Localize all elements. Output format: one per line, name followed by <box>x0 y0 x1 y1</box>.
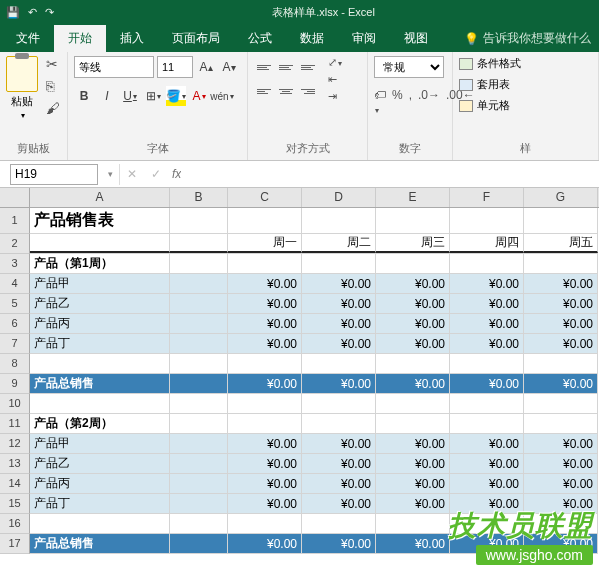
cell[interactable]: ¥0.00 <box>376 294 450 313</box>
cell[interactable] <box>228 414 302 433</box>
row-header[interactable]: 7 <box>0 334 30 354</box>
cell[interactable]: ¥0.00 <box>376 494 450 513</box>
cell[interactable] <box>170 534 228 553</box>
cells[interactable]: 产品销售表 周一周二周三周四周五 产品（第1周） 产品甲¥0.00¥0.00¥0… <box>30 208 598 554</box>
cell[interactable]: ¥0.00 <box>302 374 376 393</box>
cell[interactable] <box>170 474 228 493</box>
cut-icon[interactable]: ✂ <box>46 56 60 72</box>
cell[interactable] <box>450 414 524 433</box>
cell[interactable] <box>228 254 302 273</box>
cell[interactable]: ¥0.00 <box>450 494 524 513</box>
cell[interactable] <box>376 514 450 533</box>
row-header[interactable]: 13 <box>0 454 30 474</box>
cell[interactable] <box>170 454 228 473</box>
font-color-button[interactable]: A▾ <box>189 86 209 106</box>
row-header[interactable]: 5 <box>0 294 30 314</box>
cell[interactable] <box>228 354 302 373</box>
font-size-select[interactable] <box>157 56 193 78</box>
align-center-button[interactable] <box>276 80 296 102</box>
conditional-format-button[interactable]: 条件格式 <box>459 56 521 71</box>
save-icon[interactable]: 💾 <box>6 6 20 19</box>
row-header[interactable]: 17 <box>0 534 30 554</box>
cell[interactable] <box>376 394 450 413</box>
cell[interactable]: ¥0.00 <box>450 294 524 313</box>
cell[interactable] <box>524 394 598 413</box>
cell[interactable]: ¥0.00 <box>450 334 524 353</box>
tab-view[interactable]: 视图 <box>390 25 442 52</box>
cell[interactable] <box>302 208 376 233</box>
cell[interactable]: ¥0.00 <box>228 434 302 453</box>
cell[interactable]: ¥0.00 <box>228 334 302 353</box>
row-header[interactable]: 6 <box>0 314 30 334</box>
cell[interactable] <box>376 208 450 233</box>
cell[interactable] <box>524 254 598 273</box>
cell[interactable] <box>524 414 598 433</box>
align-top-button[interactable] <box>254 56 274 78</box>
cell[interactable]: 产品（第1周） <box>30 254 170 273</box>
cell[interactable] <box>450 354 524 373</box>
cell[interactable] <box>228 394 302 413</box>
cell[interactable] <box>302 354 376 373</box>
orientation-button[interactable]: ⤢▾ <box>328 56 342 69</box>
cell[interactable]: ¥0.00 <box>450 454 524 473</box>
cell[interactable]: 产品甲 <box>30 274 170 293</box>
cell[interactable]: ¥0.00 <box>302 334 376 353</box>
col-header[interactable]: C <box>228 188 302 207</box>
cell[interactable] <box>450 514 524 533</box>
bold-button[interactable]: B <box>74 86 94 106</box>
cell[interactable]: 周三 <box>376 234 450 253</box>
align-left-button[interactable] <box>254 80 274 102</box>
align-middle-button[interactable] <box>276 56 296 78</box>
redo-icon[interactable]: ↷ <box>45 6 54 19</box>
cell[interactable]: ¥0.00 <box>302 274 376 293</box>
cell[interactable]: ¥0.00 <box>450 434 524 453</box>
cell[interactable]: 产品丙 <box>30 474 170 493</box>
paste-button[interactable]: 粘贴 ▾ <box>6 56 38 120</box>
percent-button[interactable]: % <box>392 88 403 116</box>
accounting-format-button[interactable]: 🏷▾ <box>374 88 386 116</box>
cell[interactable]: ¥0.00 <box>376 274 450 293</box>
row-header[interactable]: 10 <box>0 394 30 414</box>
cell[interactable]: 产品（第2周） <box>30 414 170 433</box>
align-bottom-button[interactable] <box>298 56 318 78</box>
cell[interactable]: ¥0.00 <box>302 454 376 473</box>
copy-icon[interactable]: ⎘ <box>46 78 60 94</box>
cell[interactable]: ¥0.00 <box>450 314 524 333</box>
decrease-font-icon[interactable]: A▾ <box>219 57 239 77</box>
cell[interactable]: ¥0.00 <box>228 494 302 513</box>
cell[interactable] <box>450 394 524 413</box>
cell[interactable]: ¥0.00 <box>376 474 450 493</box>
undo-icon[interactable]: ↶ <box>28 6 37 19</box>
cell[interactable]: ¥0.00 <box>524 494 598 513</box>
tab-review[interactable]: 审阅 <box>338 25 390 52</box>
cell[interactable]: ¥0.00 <box>524 274 598 293</box>
cell[interactable]: ¥0.00 <box>524 534 598 553</box>
row-header[interactable]: 3 <box>0 254 30 274</box>
cell[interactable] <box>376 254 450 273</box>
cell[interactable]: ¥0.00 <box>376 434 450 453</box>
cell[interactable]: 产品乙 <box>30 454 170 473</box>
cell[interactable]: ¥0.00 <box>450 534 524 553</box>
tab-formulas[interactable]: 公式 <box>234 25 286 52</box>
cell[interactable] <box>376 354 450 373</box>
cell[interactable] <box>170 234 228 253</box>
number-format-select[interactable]: 常规 <box>374 56 444 78</box>
tell-me-search[interactable]: 💡 告诉我你想要做什么 <box>456 25 599 52</box>
col-header[interactable]: A <box>30 188 170 207</box>
cell[interactable] <box>170 208 228 233</box>
cell[interactable] <box>30 394 170 413</box>
cell[interactable]: ¥0.00 <box>376 534 450 553</box>
cell[interactable] <box>30 234 170 253</box>
cell[interactable]: ¥0.00 <box>376 314 450 333</box>
cell[interactable] <box>228 208 302 233</box>
row-header[interactable]: 4 <box>0 274 30 294</box>
cell[interactable] <box>170 274 228 293</box>
cell[interactable] <box>170 434 228 453</box>
cell[interactable]: ¥0.00 <box>450 274 524 293</box>
col-header[interactable]: G <box>524 188 598 207</box>
cell[interactable]: ¥0.00 <box>302 314 376 333</box>
cell[interactable]: ¥0.00 <box>302 494 376 513</box>
align-right-button[interactable] <box>298 80 318 102</box>
name-box-dropdown[interactable]: ▾ <box>102 164 120 185</box>
row-header[interactable]: 8 <box>0 354 30 374</box>
